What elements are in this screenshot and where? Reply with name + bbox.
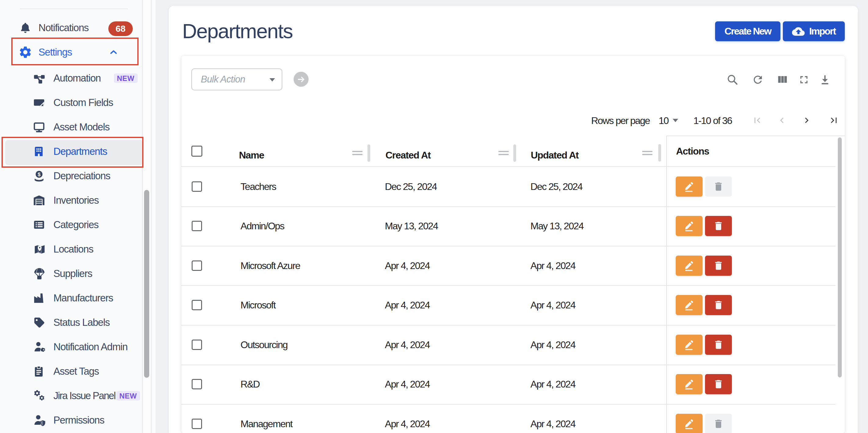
svg-text:$: $ — [37, 172, 40, 177]
